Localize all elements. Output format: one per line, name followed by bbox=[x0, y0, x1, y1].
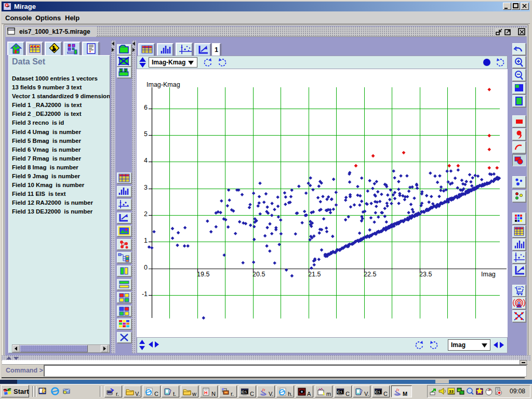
svg-text:0: 0 bbox=[144, 264, 148, 271]
svg-text:up: up bbox=[458, 389, 461, 392]
svg-text:1: 1 bbox=[144, 237, 148, 244]
svg-text:20.5: 20.5 bbox=[252, 271, 265, 278]
svg-text:19.5: 19.5 bbox=[197, 271, 209, 278]
svg-text:23.5: 23.5 bbox=[419, 271, 432, 278]
svg-text:33: 33 bbox=[449, 389, 454, 394]
svg-text:Imag: Imag bbox=[481, 271, 496, 278]
svg-text:21.5: 21.5 bbox=[308, 271, 321, 278]
svg-text:H: H bbox=[204, 390, 208, 395]
svg-text:22.5: 22.5 bbox=[364, 271, 376, 278]
svg-text:2: 2 bbox=[144, 210, 148, 218]
svg-text:C:\: C:\ bbox=[242, 390, 246, 394]
svg-text:2: 2 bbox=[125, 69, 127, 72]
svg-text:C:\: C:\ bbox=[375, 390, 380, 394]
svg-text:C:\: C:\ bbox=[337, 390, 342, 394]
svg-text:3: 3 bbox=[144, 184, 148, 191]
svg-text:6: 6 bbox=[144, 104, 148, 111]
svg-text:Imag-Kmag: Imag-Kmag bbox=[147, 81, 180, 88]
svg-text:1: 1 bbox=[120, 69, 122, 72]
svg-text:4: 4 bbox=[144, 157, 148, 164]
svg-text:5: 5 bbox=[144, 130, 148, 138]
svg-text:-1: -1 bbox=[142, 290, 148, 298]
